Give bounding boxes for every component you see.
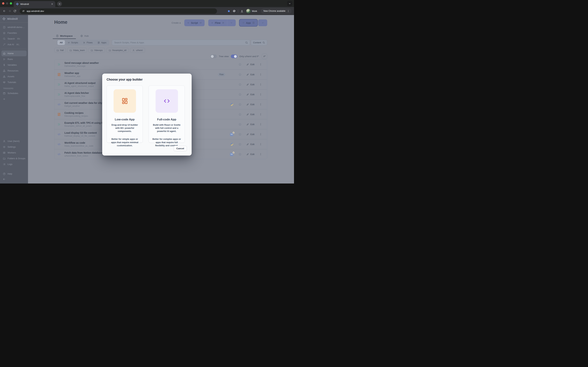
tab-hub[interactable]: Hub xyxy=(78,33,90,39)
create-script-button[interactable]: Script xyxy=(184,19,205,26)
home-icon xyxy=(3,52,6,55)
sidebar-item[interactable]: Search ⌘k xyxy=(1,36,26,42)
site-settings-icon[interactable] xyxy=(22,10,25,12)
folder-chip[interactable]: f/devops xyxy=(88,48,105,53)
create-flow-button[interactable]: Flow xyxy=(208,19,227,26)
sidebar-nav-item[interactable]: Tutorials xyxy=(1,79,26,85)
folder-chip[interactable]: f/all xyxy=(54,48,66,53)
downloads-button[interactable] xyxy=(240,9,244,13)
forward-button[interactable] xyxy=(8,9,12,13)
sidebar-bottom-item[interactable]: Logs xyxy=(1,161,26,167)
edit-button[interactable]: Edit xyxy=(246,143,254,146)
favorite-star-icon[interactable] xyxy=(238,123,242,126)
tab-close-icon[interactable] xyxy=(51,3,53,5)
search-icon xyxy=(3,37,6,40)
edit-button[interactable]: Edit xyxy=(246,73,254,76)
add-trigger-button[interactable] xyxy=(1,96,26,102)
back-button[interactable] xyxy=(2,9,6,13)
sidebar-nav-item[interactable]: Home xyxy=(1,50,26,56)
edit-label: Edit xyxy=(251,63,254,66)
list-item[interactable]: Send message about weather f/all/weather… xyxy=(54,59,267,69)
cancel-button[interactable]: Cancel xyxy=(173,146,187,151)
bookmark-button[interactable] xyxy=(227,9,231,13)
favorite-star-icon[interactable] xyxy=(238,133,242,136)
flow-dropdown-button[interactable] xyxy=(227,19,236,26)
favorite-star-icon[interactable] xyxy=(238,153,242,156)
edit-button[interactable]: Edit xyxy=(246,153,254,156)
sidebar-logo[interactable]: Windmill xyxy=(0,15,28,23)
sidebar-item[interactable]: Ask AI ⌘L xyxy=(1,42,26,47)
row-menu-icon[interactable] xyxy=(259,133,262,136)
chrome-update-button[interactable]: New Chrome available xyxy=(261,8,292,14)
row-menu-icon[interactable] xyxy=(259,123,262,126)
edit-button[interactable]: Edit xyxy=(246,133,254,136)
item-path: f/all/get_weather xyxy=(64,105,102,107)
zoom-window-button[interactable] xyxy=(10,2,12,5)
sidebar-item-help[interactable]: Help xyxy=(1,171,26,177)
sidebar-bottom-item[interactable]: Workers xyxy=(1,150,26,156)
folder-chip[interactable]: f/examples_etl xyxy=(106,48,129,53)
favorite-star-icon[interactable] xyxy=(238,83,242,86)
sidebar-nav-item[interactable]: Resources xyxy=(1,68,26,74)
only-owner-toggle[interactable] xyxy=(231,55,237,58)
collapse-sidebar-button[interactable] xyxy=(0,177,28,184)
minimize-window-button[interactable] xyxy=(6,2,8,5)
tab-workspace[interactable]: Workspace xyxy=(54,33,74,39)
favorite-star-icon[interactable] xyxy=(238,73,242,76)
row-menu-icon[interactable] xyxy=(259,153,262,156)
row-menu-icon[interactable] xyxy=(259,103,262,106)
grid-icon xyxy=(57,113,61,116)
address-bar[interactable]: app.windmill.dev xyxy=(20,8,217,14)
builder-card[interactable]: Low-code App Drag-and-drop UI builder wi… xyxy=(107,85,143,143)
sidebar-nav-item[interactable]: Variables xyxy=(1,62,26,68)
row-menu-icon[interactable] xyxy=(259,93,262,96)
content-search-button[interactable]: Content xyxy=(251,40,267,45)
browser-tab[interactable]: Windmill xyxy=(14,1,55,7)
sidebar-bottom-item[interactable]: User (henri) xyxy=(1,138,26,144)
edit-button[interactable]: Edit xyxy=(246,93,254,96)
edit-button[interactable]: Edit xyxy=(246,113,254,116)
window-controls[interactable] xyxy=(2,2,12,5)
extensions-button[interactable] xyxy=(233,9,236,13)
sidebar-item[interactable]: Favorites xyxy=(1,30,26,36)
type-filter-segment[interactable]: Flows xyxy=(81,40,95,45)
app-dropdown-button[interactable] xyxy=(258,19,267,26)
row-menu-icon[interactable] xyxy=(259,143,262,146)
edit-button[interactable]: Edit xyxy=(246,83,254,86)
create-app-button[interactable]: App xyxy=(239,19,257,26)
close-window-button[interactable] xyxy=(2,2,4,5)
favorite-star-icon[interactable] xyxy=(238,63,242,66)
toolbar-actions: Work New Chrome available xyxy=(227,8,292,14)
row-menu-icon[interactable] xyxy=(259,83,262,86)
reload-button[interactable] xyxy=(13,9,17,13)
edit-button[interactable]: Edit xyxy=(246,123,254,126)
row-menu-icon[interactable] xyxy=(259,73,262,76)
type-filter-segment[interactable]: All xyxy=(57,40,65,45)
favorite-star-icon[interactable] xyxy=(238,113,242,116)
kebab-menu-icon[interactable] xyxy=(287,10,290,12)
sidebar-nav-item[interactable]: Assets xyxy=(1,74,26,79)
sidebar-nav-item[interactable]: Runs xyxy=(1,56,26,62)
sidebar-trigger-item[interactable]: Schedules xyxy=(1,90,26,96)
tree-view-toggle[interactable] xyxy=(210,55,217,58)
favorite-star-icon[interactable] xyxy=(238,93,242,96)
sidebar-item-workspace[interactable]: windmill-demo-... xyxy=(1,24,26,30)
folder-chip[interactable]: f/data_team xyxy=(67,48,87,53)
row-menu-icon[interactable] xyxy=(259,63,262,66)
edit-button[interactable]: Edit xyxy=(246,63,254,66)
profile-chip[interactable]: Work xyxy=(246,8,259,14)
type-filter-segment[interactable]: Scripts xyxy=(65,40,80,45)
filter-settings-button[interactable] xyxy=(262,54,267,59)
tab-search-button[interactable] xyxy=(287,1,292,6)
row-menu-icon[interactable] xyxy=(259,113,262,116)
edit-button[interactable]: Edit xyxy=(246,103,254,106)
builder-card[interactable]: Full-code App Build with React or Svelte… xyxy=(148,85,185,143)
new-tab-button[interactable] xyxy=(57,1,62,6)
sidebar-bottom-item[interactable]: Folders & Groups xyxy=(1,156,26,161)
folder-chip[interactable]: u/henri xyxy=(130,48,145,53)
sidebar-bottom-item[interactable]: Settings xyxy=(1,144,26,150)
favorite-star-icon[interactable] xyxy=(238,143,242,146)
favorite-star-icon[interactable] xyxy=(238,103,242,106)
type-filter-segment[interactable]: Apps xyxy=(95,40,109,45)
search-input[interactable] xyxy=(112,40,250,45)
